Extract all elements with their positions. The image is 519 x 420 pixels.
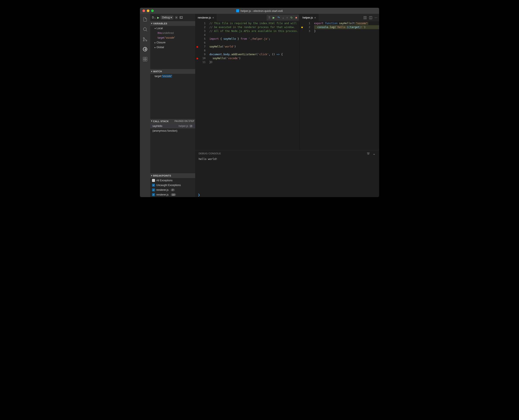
watch-row[interactable]: target: "vscode" — [150, 74, 195, 79]
svg-rect-8 — [145, 57, 147, 59]
explorer-icon[interactable] — [142, 16, 148, 22]
callstack-status: PAUSED ON STEP — [174, 120, 194, 122]
close-window-button[interactable] — [143, 9, 145, 12]
activity-bar — [140, 14, 150, 197]
tab-helper-js[interactable]: helper.js × — [300, 14, 319, 21]
split-editor-icon[interactable] — [369, 16, 372, 19]
callstack-section: sayHellohelper.js2(anonymous function) — [150, 124, 195, 133]
callstack-section-header[interactable]: ▾CALL STACKPAUSED ON STEP — [150, 119, 195, 124]
breakpoint-row[interactable]: ✓renderer.js7 — [150, 188, 195, 192]
debug-icon[interactable] — [142, 46, 148, 52]
debug-console-toggle-icon[interactable] — [179, 16, 183, 19]
vscode-window: helper.js - electron-quick-start-es6 D..… — [140, 8, 379, 197]
debug-console-output[interactable]: hello world! — [195, 157, 379, 192]
vscode-icon — [236, 9, 239, 12]
debug-side-panel: D... ▶ Debug ▾ ▾VARIABLES ▾Local this: u… — [150, 14, 195, 197]
traffic-lights — [143, 9, 154, 12]
title-bar[interactable]: helper.js - electron-quick-start-es6 — [140, 8, 379, 14]
svg-point-3 — [143, 40, 144, 41]
console-line: hello world! — [199, 158, 376, 161]
svg-rect-7 — [145, 59, 147, 61]
svg-rect-5 — [143, 57, 145, 59]
search-icon[interactable] — [142, 26, 148, 32]
variables-section: ▾Local this: undefinedtarget: "vscode" ▸… — [150, 26, 195, 50]
code-editor-left[interactable]: ●● 1234567891011 // This file is require… — [195, 21, 300, 150]
scm-icon[interactable] — [142, 36, 148, 42]
stop-icon[interactable]: ■ — [295, 16, 297, 19]
maximize-window-button[interactable] — [151, 9, 154, 12]
start-debug-button[interactable]: ▶ — [157, 16, 159, 19]
tab-bar-left: renderer.js × ⠿ ▶ ↷ ↓ ↑ ↻ ■ — [195, 14, 300, 21]
tab-renderer-js[interactable]: renderer.js × — [195, 14, 217, 21]
svg-rect-12 — [365, 16, 366, 19]
debug-view-title: D... — [152, 16, 156, 19]
checkbox[interactable]: ✓ — [152, 188, 155, 191]
compare-icon[interactable] — [363, 16, 367, 19]
step-into-icon[interactable]: ↓ — [282, 16, 284, 19]
checkbox[interactable] — [152, 179, 155, 182]
editor-actions: ⋯ — [362, 14, 379, 21]
checkbox[interactable]: ✓ — [152, 193, 155, 196]
drag-handle-icon[interactable]: ⠿ — [268, 16, 270, 19]
scope-global[interactable]: ▸Global — [150, 45, 195, 50]
console-prompt-icon: ❯ — [198, 193, 200, 196]
debug-floating-toolbar[interactable]: ⠿ ▶ ↷ ↓ ↑ ↻ ■ — [267, 15, 299, 21]
breakpoint-row[interactable]: ✓renderer.js10 — [150, 192, 195, 197]
extensions-icon[interactable] — [142, 56, 148, 62]
more-actions-icon[interactable]: ⋯ — [375, 16, 377, 19]
debug-console-title: DEBUG CONSOLE — [199, 152, 221, 155]
debug-config-selector[interactable]: Debug ▾ — [161, 15, 173, 19]
chevron-down-icon[interactable]: ⌄ — [373, 151, 376, 156]
variable-row[interactable]: this: undefined — [150, 31, 195, 35]
step-over-icon[interactable]: ↷ — [278, 16, 280, 19]
svg-point-0 — [143, 28, 146, 31]
breakpoint-row[interactable]: All Exceptions — [150, 178, 195, 183]
restart-icon[interactable]: ↻ — [290, 16, 293, 19]
clear-console-icon[interactable] — [367, 151, 370, 156]
debug-console-panel: DEBUG CONSOLE ⌄ hello world! ❯ — [195, 150, 379, 197]
svg-point-2 — [146, 40, 147, 41]
callstack-frame[interactable]: (anonymous function) — [150, 128, 195, 133]
svg-point-1 — [143, 38, 144, 39]
watch-section-header[interactable]: ▾WATCH — [150, 69, 195, 74]
step-out-icon[interactable]: ↑ — [286, 16, 288, 19]
callstack-frame[interactable]: sayHellohelper.js2 — [150, 124, 195, 128]
svg-rect-6 — [143, 59, 145, 61]
tab-close-icon[interactable]: × — [314, 16, 316, 19]
breakpoint-row[interactable]: ✓Uncaught Exceptions — [150, 183, 195, 188]
tab-label: renderer.js — [198, 16, 211, 19]
debug-console-input[interactable]: ❯ — [195, 192, 379, 197]
continue-icon[interactable]: ▶ — [273, 16, 275, 19]
debug-settings-icon[interactable] — [175, 16, 178, 19]
svg-rect-10 — [180, 16, 182, 18]
breakpoints-section-header[interactable]: ▾BREAKPOINTS — [150, 173, 195, 178]
scope-local[interactable]: ▾Local — [150, 26, 195, 31]
editor-area: renderer.js × ⠿ ▶ ↷ ↓ ↑ ↻ ■ ●● 12 — [195, 14, 379, 197]
watch-section: target: "vscode" — [150, 74, 195, 79]
debug-console-header: DEBUG CONSOLE ⌄ — [195, 150, 379, 157]
variables-section-header[interactable]: ▾VARIABLES — [150, 21, 195, 26]
tab-bar-right: helper.js × ⋯ — [300, 14, 379, 21]
tab-label: helper.js — [302, 16, 313, 19]
window-title-text: helper.js - electron-quick-start-es6 — [241, 9, 283, 13]
editor-group-left: renderer.js × ⠿ ▶ ↷ ↓ ↑ ↻ ■ ●● 12 — [195, 14, 300, 150]
main-area: D... ▶ Debug ▾ ▾VARIABLES ▾Local this: u… — [140, 14, 379, 197]
window-title: helper.js - electron-quick-start-es6 — [236, 9, 283, 13]
tab-close-icon[interactable]: × — [212, 16, 214, 19]
svg-point-9 — [176, 17, 177, 18]
breakpoints-section: All Exceptions✓Uncaught Exceptions✓rende… — [150, 178, 195, 197]
scope-closure[interactable]: ▸Closure — [150, 40, 195, 45]
debug-config-toolbar: D... ▶ Debug ▾ — [150, 14, 195, 21]
minimize-window-button[interactable] — [147, 9, 149, 12]
editor-group-right: helper.js × ⋯ ● 123 export function sayH… — [300, 14, 379, 150]
code-editor-right[interactable]: ● 123 export function sayHello(t"vscode"… — [300, 21, 379, 150]
svg-rect-11 — [364, 16, 365, 19]
variable-row[interactable]: target: "vscode" — [150, 35, 195, 40]
checkbox[interactable]: ✓ — [152, 184, 155, 187]
